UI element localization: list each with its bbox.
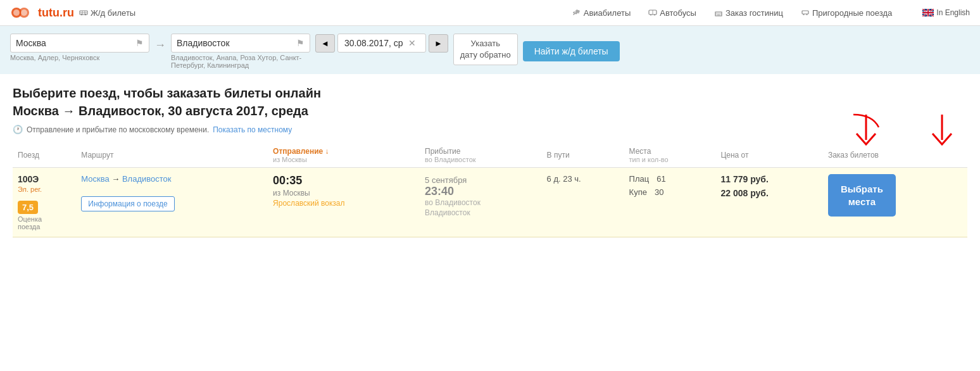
seat-type-kupe: Купе	[629, 187, 647, 197]
trains-section: Поезд Маршрут Отправление ↓ из Москвы Пр…	[13, 143, 967, 237]
duration-cell: 6 д. 23 ч.	[542, 168, 624, 237]
table-body: 100Э Эл. рег. 7,5 Оценкапоезда Москва → …	[13, 168, 967, 237]
seats-cell: Плац 61 Купе 30	[624, 168, 716, 237]
swap-arrow-icon: →	[154, 39, 166, 52]
svg-rect-16	[802, 11, 808, 14]
price-rows: 11 779 руб. 22 008 руб.	[720, 174, 817, 198]
seat-count-kupe: 30	[655, 187, 663, 197]
col-order: Заказ билетов	[823, 143, 967, 168]
clock-icon: 🕐	[13, 125, 23, 134]
trains-table: Поезд Маршрут Отправление ↓ из Москвы Пр…	[13, 143, 967, 237]
nav-hotels[interactable]: Заказ гостиниц	[714, 8, 783, 18]
arrival-destination: во Владивосток	[425, 198, 537, 207]
svg-point-17	[803, 14, 804, 15]
svg-point-2	[13, 9, 20, 16]
train-info-btn[interactable]: Информация о поезде	[81, 196, 174, 211]
logo-area: tutu.ru Ж/д билеты	[10, 5, 135, 20]
nav-links: Авиабилеты Автобусы Заказ гостиниц Приго…	[572, 8, 970, 18]
svg-point-18	[806, 14, 807, 15]
svg-point-11	[650, 15, 651, 16]
seat-rows: Плац 61 Купе 30	[629, 174, 711, 197]
col-duration: В пути	[542, 143, 624, 168]
date-prev-btn[interactable]: ◄	[315, 34, 335, 53]
table-row: 100Э Эл. рег. 7,5 Оценкапоезда Москва → …	[13, 168, 967, 237]
logo-text[interactable]: tutu.ru	[38, 6, 74, 20]
price-kupe: 22 008 руб.	[720, 188, 817, 198]
col-arrival: Прибытие во Владивосток	[420, 143, 542, 168]
time-notice: 🕐 Отправление и прибытие по московскому …	[13, 125, 967, 134]
col-seats: Места тип и кол-во	[624, 143, 716, 168]
lang-link[interactable]: In English	[922, 8, 970, 17]
from-hint: Москва, Адлер, Черняховск	[10, 54, 149, 61]
seat-type-plaz: Плац	[629, 174, 650, 184]
content: Выберите поезд, чтобы заказать билеты он…	[0, 74, 980, 248]
from-input-wrap[interactable]: ⚑	[10, 34, 149, 53]
route-from-link[interactable]: Москва	[81, 174, 109, 184]
svg-point-3	[21, 9, 27, 16]
search-bar: ⚑ Москва, Адлер, Черняховск → ⚑ Владивос…	[0, 26, 980, 74]
arrival-cell: 5 сентября 23:40 во Владивосток Владивос…	[420, 168, 542, 237]
station-icon-from: ⚑	[135, 38, 144, 48]
col-departure: Отправление ↓ из Москвы	[268, 143, 420, 168]
duration-value: 6 д. 23 ч.	[547, 174, 581, 184]
departure-from: из Москвы	[273, 189, 415, 198]
price-plaz: 11 779 руб.	[720, 174, 817, 184]
select-seats-btn[interactable]: Выбратьместа	[828, 174, 896, 217]
svg-rect-15	[717, 14, 720, 16]
date-clear-btn[interactable]: ✕	[408, 38, 416, 48]
col-price: Цена от	[715, 143, 822, 168]
col-train: Поезд	[13, 143, 76, 168]
arrival-time: 23:40	[425, 185, 537, 198]
arrival-station: Владивосток	[425, 208, 537, 217]
date-value: 30.08.2017, ср	[344, 38, 403, 48]
train-number: 100Э	[18, 174, 71, 184]
departure-station: Ярославский вокзал	[273, 199, 415, 208]
station-icon-to: ⚑	[296, 38, 305, 48]
train-rating-label: Оценкапоезда	[18, 215, 71, 230]
svg-point-12	[654, 15, 655, 16]
to-input[interactable]	[177, 38, 294, 48]
local-time-link[interactable]: Показать по местному	[213, 125, 292, 134]
date-section: ◄ 30.08.2017, ср ✕ ►	[315, 34, 448, 53]
departure-time: 00:35	[273, 174, 415, 187]
train-rating-badge: 7,5	[18, 201, 38, 214]
nav-flights[interactable]: Авиабилеты	[572, 8, 631, 18]
date-next-btn[interactable]: ►	[429, 34, 448, 53]
header: tutu.ru Ж/д билеты Авиабилеты Автобусы З…	[0, 0, 980, 26]
seat-row-plaz: Плац 61	[629, 174, 711, 184]
to-hint: Владивосток, Анапа, Роза Хутор, Санкт-Пе…	[171, 54, 310, 69]
from-input[interactable]	[16, 38, 133, 48]
departure-cell: 00:35 из Москвы Ярославский вокзал	[268, 168, 420, 237]
seat-count-plaz: 61	[656, 174, 665, 184]
from-field: ⚑ Москва, Адлер, Черняховск	[10, 34, 149, 61]
tutu-logo-icon[interactable]	[10, 5, 33, 20]
price-cell: 11 779 руб. 22 008 руб.	[715, 168, 822, 237]
nav-buses[interactable]: Автобусы	[648, 8, 696, 18]
rail-icon: Ж/д билеты	[79, 8, 135, 18]
route-to-link[interactable]: Владивосток	[122, 174, 172, 184]
train-type: Эл. рег.	[18, 186, 71, 193]
col-route: Маршрут	[76, 143, 268, 168]
page-title: Выберите поезд, чтобы заказать билеты он…	[13, 84, 967, 120]
route-cell: Москва → Владивосток Информация о поезде	[76, 168, 268, 237]
date-input-wrap[interactable]: 30.08.2017, ср ✕	[337, 34, 426, 53]
select-cell: Выбратьместа	[823, 168, 967, 237]
train-number-cell: 100Э Эл. рег. 7,5 Оценкапоезда	[13, 168, 76, 237]
search-btn[interactable]: Найти ж/д билеты	[523, 41, 620, 61]
table-header: Поезд Маршрут Отправление ↓ из Москвы Пр…	[13, 143, 967, 168]
seat-row-kupe: Купе 30	[629, 187, 711, 197]
route-link[interactable]: Москва → Владивосток	[81, 174, 263, 184]
return-date-btn[interactable]: Указать дату обратно	[453, 34, 518, 65]
nav-suburban[interactable]: Пригородные поезда	[801, 8, 892, 18]
arrival-date: 5 сентября	[425, 175, 537, 185]
to-field: ⚑ Владивосток, Анапа, Роза Хутор, Санкт-…	[171, 34, 310, 69]
rail-label: Ж/д билеты	[91, 8, 135, 18]
to-input-wrap[interactable]: ⚑	[171, 34, 310, 53]
